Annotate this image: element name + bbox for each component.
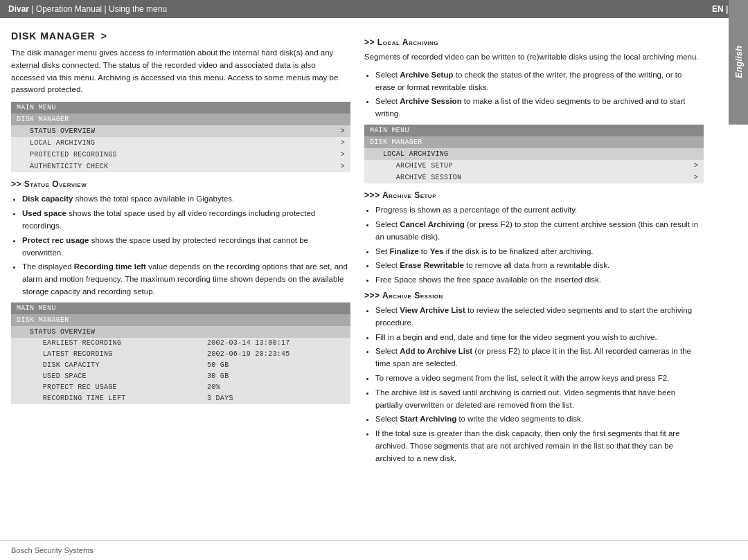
- status-overview-heading: >> Status Overview: [11, 179, 350, 189]
- brand-name: Divar: [8, 4, 29, 14]
- list-item: Select Archive Session to make a list of…: [375, 96, 704, 120]
- menu-row: MAIN MENU: [11, 302, 350, 314]
- list-item: To remove a video segment from the list,…: [375, 372, 704, 385]
- menu-row: LOCAL ARCHIVING>: [11, 137, 350, 149]
- archive-setup-bullets: Progress is shown as a percentage of the…: [364, 204, 704, 287]
- status-bullets: Disk capacity shows the total space avai…: [11, 193, 350, 298]
- list-item: Free Space shows the free space availabl…: [375, 274, 704, 287]
- list-item: If the total size is greater than the di…: [375, 428, 704, 464]
- local-archiving-intro: Segments of recorded video can be writte…: [364, 51, 704, 64]
- list-item: The archive list is saved until archivin…: [375, 387, 704, 412]
- menu-table-2: MAIN MENU DISK MANAGER STATUS OVERVIEW E…: [11, 302, 350, 404]
- header-bar: Divar | Operation Manual | Using the men…: [0, 0, 748, 18]
- disk-manager-arrow: >: [101, 30, 107, 42]
- menu-table-1: MAIN MENU DISK MANAGER STATUS OVERVIEW> …: [11, 102, 350, 172]
- list-item: The displayed Recording time left value …: [22, 261, 350, 298]
- list-item: Used space shows the total space used by…: [22, 208, 350, 233]
- menu-row: ARCHIVE SETUP>: [364, 160, 704, 172]
- menu-row: LOCAL ARCHIVING: [364, 148, 704, 160]
- header-title: Divar | Operation Manual | Using the men…: [8, 4, 167, 14]
- list-item: Select Erase Rewritable to remove all da…: [375, 260, 704, 272]
- data-row: USED SPACE30 GB: [11, 371, 350, 382]
- list-item: Select Start Archiving to write the vide…: [375, 413, 704, 426]
- disk-manager-heading: DISK MANAGER >: [11, 30, 350, 42]
- archive-setup-heading: >>> Archive Setup: [364, 190, 704, 200]
- list-item: Select View Archive List to review the s…: [375, 305, 704, 329]
- data-row: RECORDING TIME LEFT3 DAYS: [11, 393, 350, 404]
- menu-row: DISK MANAGER: [364, 136, 704, 148]
- menu-row: DISK MANAGER: [11, 114, 350, 125]
- intro-text: The disk manager menu gives access to in…: [11, 47, 350, 96]
- list-item: Disk capacity shows the total space avai…: [22, 193, 350, 206]
- archive-session-bullets: Select View Archive List to review the s…: [364, 305, 704, 465]
- menu-table-3: MAIN MENU DISK MANAGER LOCAL ARCHIVING A…: [364, 125, 704, 183]
- data-row: EARLIEST RECORDING2002-03-14 13:00:17: [11, 338, 350, 349]
- menu-row: AUTHENTICITY CHECK>: [11, 161, 350, 172]
- data-row: DISK CAPACITY50 GB: [11, 360, 350, 371]
- list-item: Set Finalize to Yes if the disk is to be…: [375, 246, 704, 258]
- local-archiving-bullets: Select Archive Setup to check the status…: [364, 69, 704, 120]
- menu-row: MAIN MENU: [11, 102, 350, 114]
- footer-text: Bosch Security Systems: [11, 546, 93, 554]
- menu-row: ARCHIVE SESSION>: [364, 172, 704, 183]
- right-column: >> Local Archiving Segments of recorded …: [364, 30, 704, 518]
- english-tab: English: [729, 0, 748, 125]
- local-archiving-heading: >> Local Archiving: [364, 37, 704, 47]
- main-content: DISK MANAGER > The disk manager menu giv…: [0, 18, 748, 525]
- menu-row: STATUS OVERVIEW>: [11, 125, 350, 137]
- list-item: Fill in a begin and end, date and time f…: [375, 332, 704, 344]
- menu-row: PROTECTED RECORDINGS>: [11, 149, 350, 161]
- list-item: Select Archive Setup to check the status…: [375, 69, 704, 94]
- footer: Bosch Security Systems: [0, 540, 748, 560]
- list-item: Protect rec usage shows the space used b…: [22, 235, 350, 260]
- left-column: DISK MANAGER > The disk manager menu giv…: [11, 30, 350, 518]
- archive-session-heading: >>> Archive Session: [364, 291, 704, 300]
- menu-row: STATUS OVERVIEW: [11, 326, 350, 338]
- data-row: PROTECT REC USAGE20%: [11, 382, 350, 393]
- list-item: Select Cancel Archiving (or press F2) to…: [375, 219, 704, 244]
- list-item: Progress is shown as a percentage of the…: [375, 204, 704, 217]
- menu-row: MAIN MENU: [364, 125, 704, 136]
- menu-row: DISK MANAGER: [11, 314, 350, 326]
- data-row: LATEST RECORDING2002-06-19 20:23:45: [11, 349, 350, 360]
- list-item: Select Add to Archive List (or press F2)…: [375, 345, 704, 370]
